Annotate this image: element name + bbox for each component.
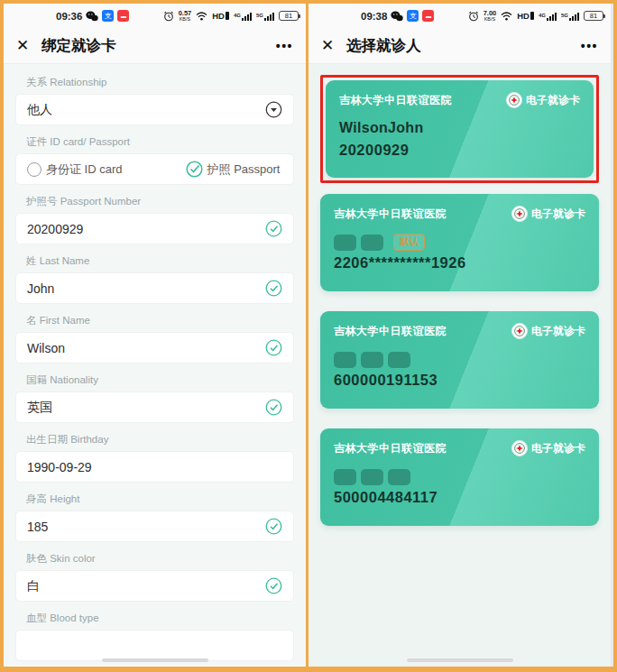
nav-bar-right: ✕ 选择就诊人 ••• [308,28,611,64]
home-indicator[interactable] [407,658,513,662]
panel-bind-card: 09:36 支 ▬ 0.57KB/S HD 4G 5G 81 ✕ 绑定就诊卡 •… [4,4,306,667]
hospital-name: 吉林大学中日联谊医院 [334,207,511,222]
network-speed: 0.57KB/S [179,10,192,22]
nav-bar-left: ✕ 绑定就诊卡 ••• [4,28,306,64]
hospital-logo-icon [511,440,528,456]
signal-5g-icon: 5G [561,12,579,21]
ecard-label: 电子就诊卡 [526,93,580,108]
ecard-label: 电子就诊卡 [531,324,585,339]
field-blood-type: 血型 Blood type [15,612,294,661]
more-menu-icon[interactable]: ••• [276,39,293,53]
close-icon[interactable]: ✕ [16,36,29,55]
alipay-icon: 支 [407,10,419,22]
hospital-logo-icon [506,92,522,108]
patient-card-4[interactable]: 吉林大学中日联谊医院 电子就诊卡 500004484117 [320,428,599,526]
default-badge: 默认 [393,234,425,251]
hd-volte-icon: HD [517,11,534,21]
blood-type-input[interactable] [15,630,294,661]
birthday-input[interactable]: 1990-09-29 [15,451,294,483]
hospital-logo-icon [511,323,528,339]
more-menu-icon[interactable]: ••• [581,39,598,53]
alipay-icon: 支 [102,10,114,22]
field-birthday: 出生日期 Birthday 1990-09-29 [15,433,294,483]
last-name-input[interactable]: John [15,272,294,304]
wifi-icon [196,12,207,21]
valid-check-icon [265,280,282,297]
redacted-name [334,352,356,368]
hospital-name: 吉林大学中日联谊医院 [339,93,506,108]
card-number: 500004484117 [334,489,585,506]
signal-4g-icon: 4G [234,12,252,21]
redacted-name [334,235,356,251]
relationship-select[interactable]: 他人 [15,94,294,125]
passport-number-input[interactable]: 20200929 [15,213,294,244]
first-name-input[interactable]: Wilson [15,332,294,364]
close-icon[interactable]: ✕ [321,36,334,55]
redacted-name [388,469,410,485]
field-id-type: 证件 ID card/ Passport 身份证 ID card 护照 Pass… [15,135,294,185]
field-last-name: 姓 Last Name John [15,254,294,304]
screenshot-frame: 09:36 支 ▬ 0.57KB/S HD 4G 5G 81 ✕ 绑定就诊卡 •… [0,0,617,672]
alarm-clock-icon [468,11,479,22]
patient-name: WilsonJohn [339,120,580,136]
battery-icon: 81 [584,11,603,21]
valid-check-icon [265,577,282,594]
skin-color-input[interactable]: 白 [15,570,294,602]
status-bar-right: 09:38 支 ▬ 7.00KB/S HD 4G 5G 81 [308,4,611,28]
radio-unselected-icon [27,162,41,177]
valid-check-icon [265,339,282,356]
field-label: 肤色 Skin color [26,552,294,566]
hospital-name: 吉林大学中日联谊医院 [334,441,511,456]
redacted-name [334,469,356,485]
home-indicator[interactable] [102,658,208,662]
red-app-icon: ▬ [117,10,129,22]
status-bar-left: 09:36 支 ▬ 0.57KB/S HD 4G 5G 81 [4,4,306,28]
field-label: 身高 Height [26,492,294,506]
field-label: 关系 Relationship [26,76,294,89]
alarm-clock-icon [163,11,174,22]
radio-passport[interactable]: 护照 Passport [186,161,281,178]
ecard-label: 电子就诊卡 [531,207,585,222]
field-label: 证件 ID card/ Passport [26,135,294,149]
field-label: 护照号 Passport Number [26,195,294,208]
clock-time: 09:36 [56,11,82,22]
valid-check-icon [265,399,282,416]
panel-select-patient: 09:38 支 ▬ 7.00KB/S HD 4G 5G 81 ✕ 选择就诊人 •… [308,4,613,667]
field-passport-number: 护照号 Passport Number 20200929 [15,195,294,244]
field-label: 血型 Blood type [26,612,294,625]
height-input[interactable]: 185 [15,511,294,542]
page-title: 选择就诊人 [346,36,421,56]
radio-id-card[interactable]: 身份证 ID card [27,161,123,178]
battery-icon: 81 [279,11,299,21]
valid-check-icon [265,220,282,237]
card-number: 2206**********1926 [334,254,585,272]
nationality-input[interactable]: 英国 [15,391,294,423]
redacted-name [361,235,383,251]
wifi-icon [501,12,512,21]
field-label: 出生日期 Birthday [26,433,294,446]
field-first-name: 名 First Name Wilson [15,314,294,364]
patient-card-default[interactable]: 吉林大学中日联谊医院 电子就诊卡 默认 2206**********1926 [320,194,599,291]
field-label: 名 First Name [26,314,294,327]
field-label: 姓 Last Name [26,254,294,268]
network-speed: 7.00KB/S [483,10,497,22]
field-label: 国籍 Nationality [26,373,294,387]
redacted-name [361,469,383,485]
red-app-icon: ▬ [422,10,434,22]
patient-card-list: 吉林大学中日联谊医院 电子就诊卡 WilsonJohn 20200929 吉林大… [308,64,611,667]
wechat-icon [391,11,403,22]
card-number: 20200929 [339,142,580,159]
patient-card-wilson[interactable]: 吉林大学中日联谊医院 电子就诊卡 WilsonJohn 20200929 [326,80,594,178]
selected-card-highlight: 吉林大学中日联谊医院 电子就诊卡 WilsonJohn 20200929 [320,75,599,183]
hospital-logo-icon [511,206,528,222]
field-nationality: 国籍 Nationality 英国 [15,373,294,423]
chevron-down-icon[interactable] [265,101,282,118]
field-skin-color: 肤色 Skin color 白 [15,552,294,602]
hd-volte-icon: HD [212,11,229,21]
ecard-label: 电子就诊卡 [531,441,585,456]
valid-check-icon [265,518,282,535]
radio-selected-check-icon [186,161,203,178]
redacted-name [388,352,410,368]
signal-4g-icon: 4G [539,12,557,21]
patient-card-3[interactable]: 吉林大学中日联谊医院 电子就诊卡 600000191153 [320,311,599,409]
